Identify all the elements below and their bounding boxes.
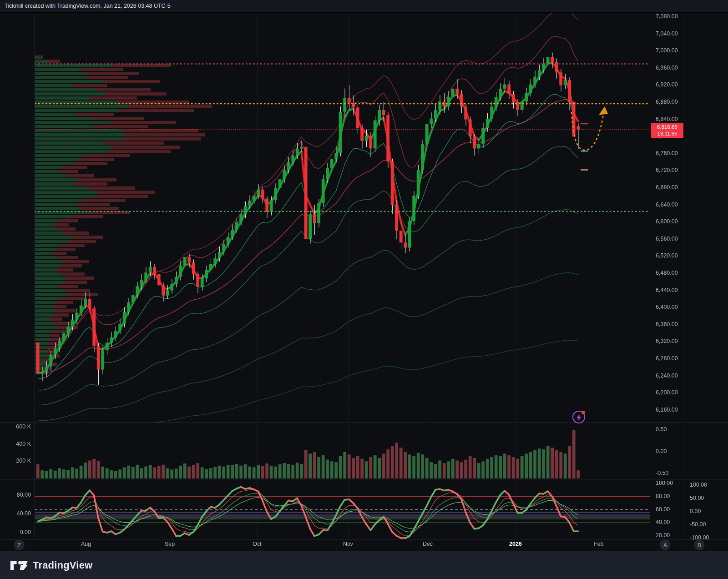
flash-indicator-icon[interactable] <box>572 411 585 423</box>
tradingview-logo-icon <box>10 560 28 571</box>
chart-attribution-title: Tickmill created with TradingView.com, J… <box>5 3 171 9</box>
last-price-value: 6,816.65 <box>651 124 683 131</box>
chart-header: Tickmill created with TradingView.com, J… <box>0 0 728 13</box>
tradingview-brand-text: TradingView <box>33 559 92 571</box>
page-footer: TradingView <box>0 551 728 579</box>
tradingview-chart-window: Tickmill created with TradingView.com, J… <box>0 0 728 579</box>
lightning-bolt-icon <box>576 414 582 421</box>
last-price-badge: 6,816.65 13:11:55 <box>651 123 683 138</box>
price-chart-canvas[interactable] <box>0 0 728 579</box>
bar-countdown: 13:11:55 <box>651 131 683 137</box>
tradingview-brand[interactable]: TradingView <box>10 559 92 571</box>
alert-dot <box>581 411 585 414</box>
